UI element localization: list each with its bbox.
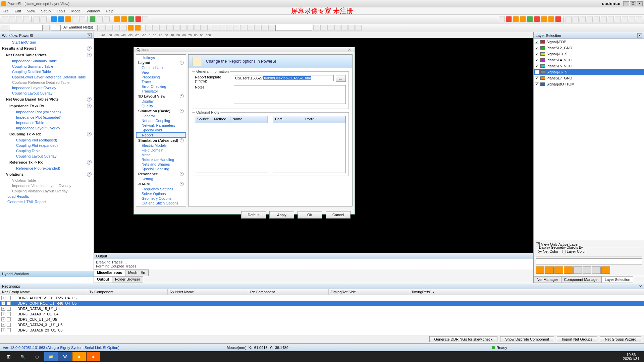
dt-l3[interactable]: Trace [136,79,186,84]
netgroup-row[interactable]: +DDR3_DATA16_23_U1_U5 [0,327,644,333]
dt-l2[interactable]: Processing [136,75,186,79]
layer-checkbox[interactable]: ✓ [535,58,539,62]
t2w-icon[interactable] [247,25,253,31]
t2ac-icon[interactable] [327,25,333,31]
r17-icon[interactable] [615,16,621,22]
taskbar-clock[interactable]: 10:562020/1/31 [623,353,642,361]
out-tab-misc[interactable]: Miscellaneous [94,269,125,276]
r9-icon[interactable] [555,16,561,22]
wf-nb-5[interactable]: Impedance Layout Overlay [0,85,94,90]
wf-cpl-2[interactable]: Coupling Table [0,148,94,154]
t2l-icon[interactable] [166,25,172,31]
lc-btn-3[interactable] [554,266,563,274]
t2i-icon[interactable] [145,25,151,31]
layer-icon[interactable] [51,16,57,22]
layer-row[interactable]: ✓Plane$L5_VCC [534,63,644,69]
netgroup-checkbox[interactable] [7,323,11,327]
r18-icon[interactable] [622,16,628,22]
ngcol-5[interactable]: TimingRef:Clk [409,289,644,295]
layer-row[interactable]: ✓Plane$L4_VCC [534,57,644,63]
expand-icon[interactable]: + [1,312,5,316]
t2p-icon[interactable] [195,25,201,31]
layer-checkbox[interactable]: ✓ [535,64,539,68]
new-icon[interactable] [2,16,8,22]
stackup-icon[interactable] [58,16,64,22]
dt-sa4[interactable]: Nets and Shapes [136,162,186,167]
expand-icon[interactable]: + [1,296,5,300]
wf-nb-0[interactable]: Impedance Summary Table [0,58,94,64]
default-button[interactable]: Default [241,211,266,219]
dt-sima[interactable]: Simulation (Advanced)˄ [136,138,186,143]
explorer-icon[interactable]: 📁 [44,352,58,361]
dt-sb3[interactable]: Special Void [136,128,186,132]
r20-icon[interactable] [636,16,642,22]
taskview-icon[interactable]: ▢ [30,352,44,361]
collapse-icon[interactable]: ˄ [180,94,184,98]
netgroup-row[interactable]: +DDR3_CLK_U1_U4_U5 [0,317,644,322]
t2m-icon[interactable] [173,25,179,31]
r10-icon[interactable] [566,16,572,22]
layer-checkbox[interactable]: ✓ [535,76,539,80]
lc-btn-6[interactable] [583,266,591,274]
t2-select1[interactable] [9,25,43,31]
r4-icon[interactable] [520,16,526,22]
tbl1-col-0[interactable]: Source. [195,116,212,123]
dt-layout[interactable]: Layout˄ [136,60,186,65]
netgroup-checkbox[interactable] [7,301,11,305]
search-icon[interactable]: 🔍 [16,352,30,361]
netgroup-row[interactable]: +DDR3_CONTROL_U1_R46_U4_U5 [0,301,644,306]
ng-btn-3[interactable]: Net Groups Wizard [600,336,641,342]
opt1-icon[interactable] [114,16,120,22]
netgroup-row[interactable]: +DDR3_DATA0_7_U1_U4 [0,311,644,317]
collapse-icon[interactable]: ˄ [87,172,92,177]
t2-select3[interactable] [275,25,312,31]
wf-nb-3[interactable]: Upper/Lower Layer Reference Detailed Tab… [0,74,94,80]
t2ab-icon[interactable] [320,25,326,31]
collapse-icon[interactable]: ˄ [180,172,184,176]
r12-icon[interactable] [580,16,586,22]
t2a-icon[interactable] [2,25,8,31]
tool2-icon[interactable] [72,16,78,22]
r8-icon[interactable] [548,16,554,22]
layer-row[interactable]: ✓Plane$L7_GND [534,75,644,81]
dt-l5[interactable]: Translator [136,89,186,94]
wf-load[interactable]: Load Results [0,194,94,199]
tbl2-col-0[interactable]: Port1. [273,116,303,123]
wf-nb-6[interactable]: Coupling Layout Overlay [0,90,94,96]
wf-imp-2[interactable]: Impedance Table [0,120,94,125]
start-button[interactable]: ⊞ [2,352,15,361]
expand-icon[interactable]: + [1,323,5,327]
opt2-icon[interactable] [121,16,127,22]
t2h-icon[interactable] [135,25,141,31]
tab-component-manager[interactable]: Component Manager [561,276,602,283]
menu-help[interactable]: Help [106,9,113,13]
dialog-close-icon[interactable]: ✕ [346,47,352,52]
t2b-icon[interactable] [44,25,50,31]
t2t-icon[interactable] [226,25,232,31]
expand-icon[interactable]: + [1,307,5,311]
tbl1-col-2[interactable]: Name. [230,116,268,123]
save-icon[interactable] [16,16,22,22]
t2y-icon[interactable] [261,25,267,31]
layer-color-radio[interactable]: Layer Color [562,249,586,253]
wf-start-erc[interactable]: Start ERC Sim [0,40,94,45]
report-template-input[interactable]: C:\Users\15852736898\Desktop\CLASS\1.htm [234,75,334,81]
r3-icon[interactable] [513,16,519,22]
wf-cpl-0[interactable]: Coupling Plot (collapsed) [0,137,94,143]
wf-imp-0[interactable]: Impedance Plot (collapsed) [0,109,94,115]
t2e-icon[interactable] [114,25,120,31]
wf-gen[interactable]: Generate HTML Report [0,199,94,204]
opt5-icon[interactable] [142,16,148,22]
cancel-button[interactable]: Cancel [326,211,351,219]
maximize-button[interactable]: ☐ [630,1,636,6]
t2af-icon[interactable] [348,25,355,31]
netgroup-checkbox[interactable] [7,328,11,332]
netgroups-close-icon[interactable]: ✕ [639,284,642,289]
netgroup-checkbox[interactable] [7,317,11,321]
wf-net-group[interactable]: Net Group Based Tables/Plots˄ [0,96,94,103]
lc-btn-1[interactable] [536,266,544,274]
collapse-icon[interactable]: ˄ [87,132,92,136]
dt-e0[interactable]: Frequency Settings [136,187,186,191]
out-tab-mesh[interactable]: Mesh - Err [125,269,148,276]
dt-r0[interactable]: Setting [136,177,186,181]
